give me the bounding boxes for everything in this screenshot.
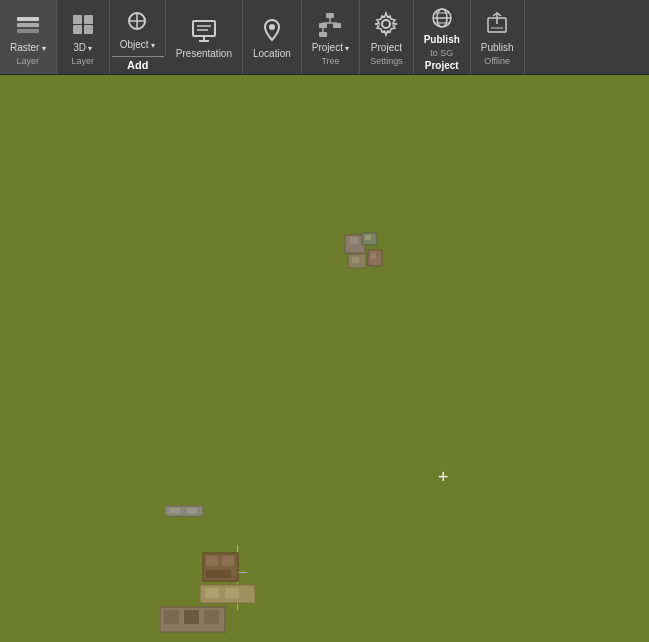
- presentation-label: Presentation: [176, 48, 232, 60]
- publish-sg-icon: [426, 4, 458, 32]
- svg-rect-1: [17, 23, 39, 27]
- svg-rect-10: [193, 21, 215, 36]
- svg-rect-35: [365, 235, 371, 240]
- svg-rect-49: [225, 588, 239, 598]
- svg-rect-42: [187, 508, 197, 513]
- toolbar-item-publish-sg[interactable]: Publish to SG Project: [414, 0, 471, 74]
- svg-rect-46: [206, 570, 231, 578]
- toolbar-item-raster-layer[interactable]: Raster Layer: [0, 0, 57, 74]
- svg-rect-51: [164, 610, 179, 624]
- svg-rect-37: [352, 257, 359, 263]
- crosshair-cursor: +: [438, 468, 454, 484]
- location-label: Location: [253, 48, 291, 60]
- toolbar: Raster Layer 3D Layer: [0, 0, 649, 75]
- project-settings-sublabel: Settings: [370, 56, 403, 66]
- add-group: Object Add: [110, 0, 166, 74]
- svg-rect-45: [222, 556, 234, 566]
- svg-rect-22: [319, 32, 327, 37]
- raster-layer-label: Raster: [10, 42, 46, 54]
- publish-offline-sublabel: Offline: [484, 56, 510, 66]
- svg-rect-16: [326, 13, 334, 18]
- project-tree-label: Project: [312, 42, 349, 54]
- svg-point-15: [269, 24, 275, 30]
- 3d-layer-sublabel: Layer: [71, 56, 94, 66]
- svg-rect-4: [84, 15, 93, 24]
- publish-sg-highlight-label: Project: [425, 60, 459, 71]
- toolbar-item-project-settings[interactable]: Project Settings: [360, 0, 414, 74]
- presentation-icon: [188, 14, 220, 46]
- toolbar-item-location[interactable]: Location: [243, 0, 302, 74]
- toolbar-item-3d-layer[interactable]: 3D Layer: [57, 0, 110, 74]
- raster-layer-icon: [12, 8, 44, 40]
- publish-offline-icon: [481, 8, 513, 40]
- svg-rect-52: [184, 610, 199, 624]
- building-bl2: [200, 550, 250, 610]
- toolbar-item-presentation[interactable]: Presentation: [166, 0, 243, 74]
- map-viewport[interactable]: +: [0, 75, 649, 642]
- project-settings-label: Project: [371, 42, 402, 54]
- toolbar-item-project-tree[interactable]: Project Tree: [302, 0, 360, 74]
- svg-rect-0: [17, 17, 39, 21]
- svg-rect-20: [333, 23, 341, 28]
- toolbar-item-publish-offline[interactable]: Publish Offline: [471, 0, 525, 74]
- svg-rect-19: [319, 23, 327, 28]
- building-bl1: [165, 503, 205, 519]
- 3d-layer-label: 3D: [73, 42, 92, 54]
- svg-point-23: [382, 20, 390, 28]
- publish-sg-sublabel: to SG: [430, 48, 453, 58]
- svg-rect-5: [73, 25, 82, 34]
- object-label: Object: [120, 39, 155, 51]
- publish-offline-label: Publish: [481, 42, 514, 54]
- settings-icon: [370, 8, 402, 40]
- project-tree-sublabel: Tree: [321, 56, 339, 66]
- svg-rect-33: [350, 237, 358, 244]
- object-icon: [121, 5, 153, 37]
- svg-rect-44: [206, 556, 218, 566]
- 3d-layer-icon: [67, 8, 99, 40]
- publish-sg-label: Publish: [424, 34, 460, 46]
- svg-rect-41: [170, 508, 180, 513]
- toolbar-item-object[interactable]: Object: [110, 0, 166, 56]
- building-bl3: [160, 605, 230, 635]
- svg-rect-6: [84, 25, 93, 34]
- svg-rect-3: [73, 15, 82, 24]
- building-cluster-top: [340, 230, 395, 280]
- tree-icon: [314, 8, 346, 40]
- svg-rect-2: [17, 29, 39, 33]
- svg-rect-53: [204, 610, 219, 624]
- location-icon: [256, 14, 288, 46]
- add-group-label: Add: [112, 56, 164, 74]
- raster-layer-sublabel: Layer: [17, 56, 40, 66]
- svg-rect-48: [205, 588, 219, 598]
- svg-rect-39: [371, 253, 376, 259]
